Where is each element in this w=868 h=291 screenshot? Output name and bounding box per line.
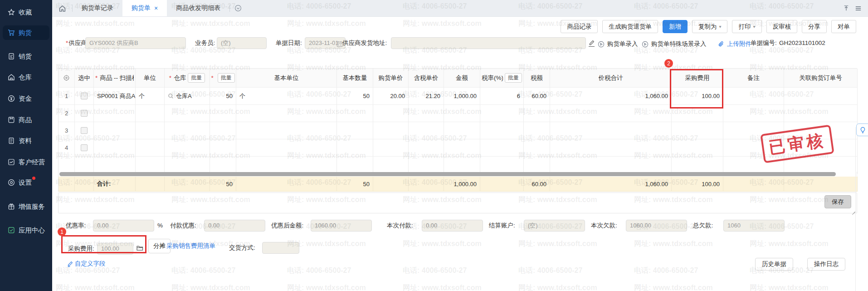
purchase-entry-link[interactable]: 购货单录入	[598, 40, 638, 48]
col-header-unit: 单位	[136, 69, 165, 88]
watermark-text: 电话: 4006-6500-27	[171, 266, 235, 276]
batch-button[interactable]: 批量	[188, 73, 205, 83]
column-settings-icon[interactable]	[63, 74, 70, 81]
batch-button[interactable]: 批量	[218, 73, 235, 83]
custom-field-link[interactable]: 自定义字段	[67, 260, 106, 268]
salesman-label: 业务员:	[195, 37, 215, 49]
sidebar-item-data[interactable]: 资料	[3, 133, 49, 148]
supplier-address-input[interactable]	[391, 37, 586, 49]
watermark-text: 网址: www.tdxsoft.com	[171, 283, 250, 291]
cell-warehouse	[165, 105, 210, 122]
watermark-text: 电话: 4006-6500-27	[403, 266, 467, 276]
col-header-remark: 备注	[723, 69, 784, 88]
operation-log-button[interactable]: 操作日志	[807, 258, 845, 271]
column-label: 采购费用	[685, 74, 710, 82]
total-price	[373, 177, 409, 192]
doc-no-value: GH20231101002	[779, 37, 825, 49]
cell-base-unit	[236, 122, 337, 139]
pencil-icon	[67, 261, 73, 267]
cell-select	[75, 88, 94, 105]
cell-remark	[723, 88, 784, 105]
copy-as-button[interactable]: 复制为▾	[692, 20, 728, 33]
cell-row-index: 2	[59, 105, 75, 122]
purchase-fee-input[interactable]: 100.00	[97, 243, 133, 255]
reverse-audit-button[interactable]: 反审核	[766, 20, 798, 33]
date-input[interactable]: 2023-11-01	[305, 37, 346, 49]
supplier-input[interactable]: GYS0002 供应商B	[85, 37, 186, 49]
horizontal-scrollbar[interactable]	[59, 172, 857, 177]
sidebar-item-warehouse[interactable]: 仓库	[3, 70, 49, 84]
batch-button[interactable]: 批量	[505, 73, 522, 83]
watermark-text: 网址: www.tdxsoft.com	[403, 239, 482, 249]
tab-goods-inout-detail[interactable]: 商品收发明细表	[167, 0, 229, 16]
sidebar-item-sales[interactable]: 销货	[3, 49, 49, 64]
save-button[interactable]: 保存	[824, 195, 851, 208]
sidebar-item-app-center[interactable]: 应用中心	[3, 223, 49, 237]
scrollbar-thumb[interactable]	[59, 172, 836, 176]
delivery-method-input[interactable]	[262, 242, 299, 254]
sidebar-item-label: 商品	[19, 116, 32, 124]
sidebar-item-settings[interactable]: 设置	[3, 175, 49, 190]
tab-menu-icon[interactable]	[855, 5, 862, 12]
pin-tab-icon[interactable]	[843, 5, 849, 11]
fee-list-link[interactable]: 采购销售费用清单	[166, 242, 215, 250]
debt-now-input[interactable]: 1060.00	[626, 220, 687, 232]
remarks-box[interactable]: 保存	[58, 192, 857, 213]
print-button[interactable]: 打印▾	[732, 20, 761, 33]
close-tab-icon[interactable]: ×	[154, 5, 158, 12]
sidebar-item-label: 增值服务	[19, 202, 45, 211]
edit-address-icon[interactable]	[589, 40, 595, 47]
discount-rate-input[interactable]: 0.00	[93, 220, 154, 232]
watermark-text: 网址: www.tdxsoft.com	[634, 239, 713, 249]
sidebar-item-label: 资金	[19, 94, 32, 103]
purchase-fee-label: 采购费用:	[68, 240, 94, 258]
goods-record-button[interactable]: 商品记录	[561, 20, 598, 33]
table-row: 1SP0001 商品A个仓库A50个5020.0021.201,000.0066…	[59, 88, 857, 105]
check-bill-button[interactable]: 对单	[831, 20, 856, 33]
tab-purchase-order[interactable]: 购货单×	[122, 0, 167, 16]
help-bulb-icon[interactable]	[856, 123, 868, 136]
play-circle-icon	[598, 41, 605, 48]
cell-total	[550, 139, 672, 157]
sidebar-item-purchase[interactable]: 购货	[3, 25, 49, 40]
create-purchase-return-button[interactable]: 生成购货退货单	[602, 20, 658, 33]
sidebar-item-value-added[interactable]: 增值服务	[3, 199, 49, 214]
sidebar-item-favorites[interactable]: 收藏	[3, 5, 49, 20]
history-docs-button[interactable]: 历史单据	[755, 258, 793, 271]
search-icon[interactable]	[168, 93, 174, 99]
tabs-dropdown-icon[interactable]	[230, 0, 246, 16]
tab-purchase-record[interactable]: 购货单记录	[73, 0, 122, 16]
column-label: 单位	[144, 74, 156, 82]
play-circle-icon	[642, 41, 649, 48]
payment-discount-input[interactable]: 0.00	[204, 220, 265, 232]
salesman-input[interactable]: (空)	[217, 37, 267, 49]
home-icon[interactable]	[52, 0, 72, 16]
sidebar-item-customer-ops[interactable]: 客户经营	[3, 155, 49, 169]
col-header-base-qty: 基本数量	[337, 69, 373, 88]
calendar-icon[interactable]	[336, 40, 343, 49]
share-button[interactable]: 分享	[802, 20, 827, 33]
upload-attachment-link[interactable]: 上传附件	[718, 40, 751, 48]
amount-after-discount-input[interactable]: 1060.00	[311, 220, 372, 232]
total-remark	[723, 177, 784, 192]
col-header-qty: *数量批量	[210, 69, 236, 88]
row-checkbox[interactable]	[81, 110, 88, 117]
sidebar-item-goods[interactable]: 商品	[3, 113, 49, 127]
goods-icon	[8, 116, 15, 123]
settlement-account-input[interactable]: (空)	[524, 220, 585, 232]
purchase-special-entry-link[interactable]: 购货单特殊场景录入	[642, 40, 707, 48]
row-checkbox[interactable]	[81, 93, 88, 99]
add-new-button[interactable]: 新增	[663, 20, 688, 33]
cell-base-unit	[236, 105, 337, 122]
row-checkbox[interactable]	[81, 127, 88, 134]
total-total: 1,060.00	[550, 177, 672, 192]
table-header-row: 选中*商品 -- 扫描枪录入单位*仓库批量*数量批量基本单位基本数量购货单价含税…	[59, 69, 857, 88]
payment-now-input[interactable]: 0.00	[422, 220, 483, 232]
column-label: 仓库	[174, 74, 186, 82]
total-debt-input[interactable]: 1060	[723, 220, 785, 232]
row-checkbox[interactable]	[81, 144, 88, 151]
fee-folder-icon[interactable]	[137, 245, 143, 251]
column-label: 备注	[747, 74, 760, 82]
sidebar-item-funds[interactable]: 资金	[3, 91, 49, 106]
watermark-text: 网址: www.tdxsoft.com	[287, 283, 366, 291]
